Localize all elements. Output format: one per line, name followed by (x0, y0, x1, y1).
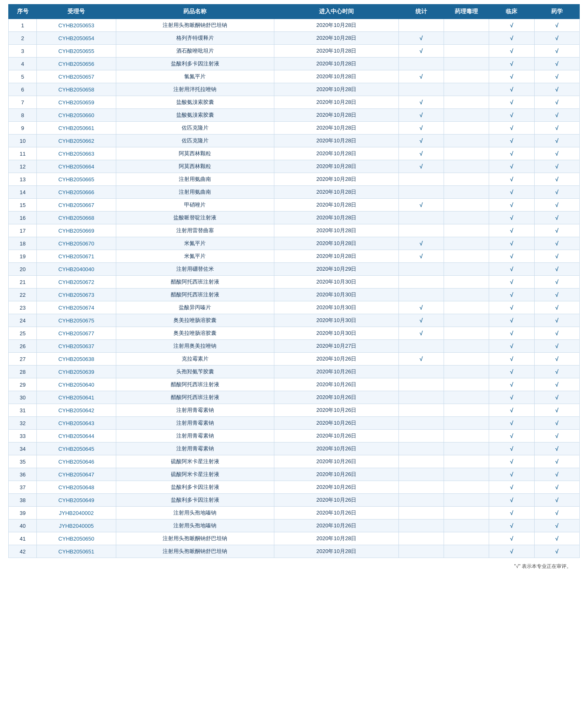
cell-drug: 注射用青霉素钠 (116, 430, 274, 442)
cell-clin: √ (489, 160, 534, 173)
cell-date: 2020年10月26日 (274, 507, 399, 519)
cell-receipt: CYHB2050667 (37, 199, 116, 212)
cell-pharm: √ (534, 507, 579, 519)
cell-stat (398, 494, 444, 507)
cell-drug: 注射用头孢哌酮钠舒巴坦钠 (116, 532, 274, 545)
cell-date: 2020年10月26日 (274, 468, 399, 481)
cell-stat: √ (398, 327, 444, 340)
cell-seq: 28 (9, 366, 37, 378)
cell-seq: 39 (9, 507, 37, 519)
cell-stat: √ (398, 147, 444, 160)
cell-drug: 注射用硼替佐米 (116, 263, 274, 276)
cell-clin: √ (489, 186, 534, 199)
cell-date: 2020年10月29日 (274, 263, 399, 276)
cell-drug: 格列齐特缓释片 (116, 32, 274, 45)
cell-pharm: √ (534, 366, 579, 378)
header-tox: 药理毒理 (444, 5, 489, 19)
cell-seq: 10 (9, 135, 37, 147)
cell-receipt: JYHB2040002 (37, 507, 116, 519)
cell-pharm: √ (534, 391, 579, 404)
cell-drug: 阿莫西林颗粒 (116, 160, 274, 173)
table-row: 18CYHB2050670米氮平片2020年10月28日√√√ (9, 237, 580, 250)
cell-stat (398, 404, 444, 417)
table-row: 24CYHB2050675奥美拉唑肠溶胶囊2020年10月30日√√√ (9, 314, 580, 327)
cell-date: 2020年10月26日 (274, 430, 399, 442)
cell-receipt: CYHB2050663 (37, 147, 116, 160)
table-row: 8CYHB2050660盐酸氨溴索胶囊2020年10月28日√√√ (9, 109, 580, 122)
cell-seq: 7 (9, 96, 37, 109)
cell-tox (444, 353, 489, 366)
cell-date: 2020年10月30日 (274, 276, 399, 289)
cell-receipt: CYHB2050651 (37, 545, 116, 558)
cell-drug: 盐酸利多卡因注射液 (116, 494, 274, 507)
cell-seq: 31 (9, 404, 37, 417)
cell-pharm: √ (534, 532, 579, 545)
cell-clin: √ (489, 532, 534, 545)
table-row: 22CYHB2050673醋酸阿托西班注射液2020年10月30日√√ (9, 289, 580, 301)
cell-seq: 38 (9, 494, 37, 507)
table-row: 40JYHB2040005注射用头孢地嗪钠2020年10月26日√√ (9, 519, 580, 532)
cell-stat (398, 455, 444, 468)
cell-receipt: CYHB2050649 (37, 494, 116, 507)
cell-drug: 酒石酸唑吡坦片 (116, 45, 274, 58)
table-row: 12CYHB2050664阿莫西林颗粒2020年10月28日√√√ (9, 160, 580, 173)
cell-pharm: √ (534, 83, 579, 96)
cell-date: 2020年10月30日 (274, 327, 399, 340)
cell-clin: √ (489, 366, 534, 378)
cell-drug: 注射用头孢哌酮钠舒巴坦钠 (116, 545, 274, 558)
table-row: 36CYHB2050647硫酸阿米卡星注射液2020年10月26日√√ (9, 468, 580, 481)
cell-stat (398, 545, 444, 558)
cell-date: 2020年10月26日 (274, 494, 399, 507)
cell-date: 2020年10月26日 (274, 404, 399, 417)
cell-receipt: CYHB2050666 (37, 186, 116, 199)
cell-clin: √ (489, 276, 534, 289)
cell-stat: √ (398, 237, 444, 250)
cell-stat (398, 430, 444, 442)
cell-receipt: CYHB2050658 (37, 83, 116, 96)
table-row: 30CYHB2050641醋酸阿托西班注射液2020年10月26日√√ (9, 391, 580, 404)
table-row: 10CYHB2050662佐匹克隆片2020年10月28日√√√ (9, 135, 580, 147)
cell-clin: √ (489, 378, 534, 391)
cell-drug: 注射用氨曲南 (116, 173, 274, 186)
cell-tox (444, 468, 489, 481)
table-row: 15CYHB2050667甲硝唑片2020年10月28日√√√ (9, 199, 580, 212)
cell-tox (444, 96, 489, 109)
table-row: 42CYHB2050651注射用头孢哌酮钠舒巴坦钠2020年10月28日√√ (9, 545, 580, 558)
cell-tox (444, 366, 489, 378)
cell-drug: 注射用头孢哌酮钠舒巴坦钠 (116, 19, 274, 32)
cell-tox (444, 58, 489, 70)
table-row: 19CYHB2050671米氮平片2020年10月28日√√√ (9, 250, 580, 263)
cell-tox (444, 391, 489, 404)
cell-clin: √ (489, 391, 534, 404)
cell-date: 2020年10月26日 (274, 391, 399, 404)
cell-drug: 盐酸氨溴索胶囊 (116, 109, 274, 122)
table-row: 35CYHB2050646硫酸阿米卡星注射液2020年10月26日√√ (9, 455, 580, 468)
cell-clin: √ (489, 122, 534, 135)
cell-seq: 42 (9, 545, 37, 558)
cell-drug: 注射用氨曲南 (116, 186, 274, 199)
cell-clin: √ (489, 83, 534, 96)
cell-pharm: √ (534, 45, 579, 58)
cell-seq: 40 (9, 519, 37, 532)
cell-seq: 16 (9, 212, 37, 224)
cell-receipt: CYHB2050647 (37, 468, 116, 481)
cell-pharm: √ (534, 289, 579, 301)
cell-date: 2020年10月28日 (274, 32, 399, 45)
cell-receipt: CYHB2050668 (37, 212, 116, 224)
cell-clin: √ (489, 442, 534, 455)
cell-date: 2020年10月28日 (274, 237, 399, 250)
cell-tox (444, 32, 489, 45)
cell-receipt: CYHB2050670 (37, 237, 116, 250)
cell-tox (444, 83, 489, 96)
cell-tox (444, 224, 489, 237)
cell-clin: √ (489, 468, 534, 481)
cell-tox (444, 186, 489, 199)
cell-seq: 22 (9, 289, 37, 301)
cell-clin: √ (489, 19, 534, 32)
cell-drug: 米氮平片 (116, 250, 274, 263)
table-row: 41CYHB2050650注射用头孢哌酮钠舒巴坦钠2020年10月28日√√ (9, 532, 580, 545)
cell-tox (444, 327, 489, 340)
table-row: 9CYHB2050661佐匹克隆片2020年10月28日√√√ (9, 122, 580, 135)
cell-tox (444, 430, 489, 442)
cell-pharm: √ (534, 430, 579, 442)
